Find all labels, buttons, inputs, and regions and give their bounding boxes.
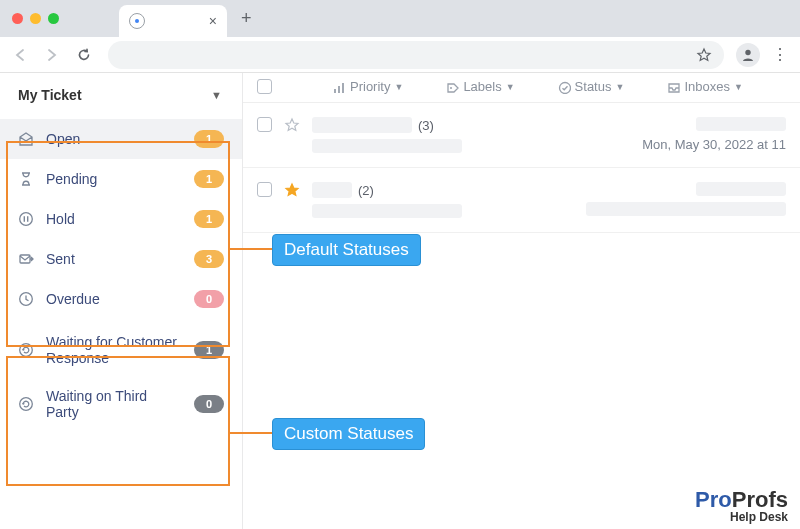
status-count-badge: 1 (194, 341, 224, 359)
sent-icon (18, 251, 34, 267)
ticket-row[interactable]: (3)Mon, May 30, 2022 at 11 (243, 103, 800, 168)
row-checkbox[interactable] (257, 117, 272, 132)
browser-toolbar: ⋮ (0, 37, 800, 73)
col-priority[interactable]: Priority▼ (332, 79, 403, 94)
window-maximize-icon[interactable] (48, 13, 59, 24)
status-label: Pending (46, 171, 182, 187)
select-all-checkbox[interactable] (257, 79, 272, 94)
status-label: Open (46, 131, 182, 147)
sidebar: My Ticket ▼ Open1Pending1Hold1Sent3Overd… (0, 73, 243, 529)
profile-avatar-button[interactable] (736, 43, 760, 67)
status-count-badge: 1 (194, 170, 224, 188)
status-item-open[interactable]: Open1 (0, 119, 242, 159)
browser-tab[interactable]: × (119, 5, 227, 37)
col-priority-label: Priority (350, 79, 390, 94)
redacted-meta (696, 182, 786, 196)
ticket-date: Mon, May 30, 2022 at 11 (642, 137, 786, 152)
row-checkbox[interactable] (257, 182, 272, 197)
logo-part1: Pro (695, 487, 732, 512)
ticket-list-header: Priority▼ Labels▼ Status▼ Inboxes▼ (243, 73, 800, 103)
inbox-selector-label: My Ticket (18, 87, 82, 103)
browser-menu-button[interactable]: ⋮ (772, 45, 788, 64)
status-item-waiting-for-customer-response[interactable]: Waiting for Customer Response1 (0, 323, 242, 377)
ticket-row[interactable]: (2) (243, 168, 800, 233)
window-minimize-icon[interactable] (30, 13, 41, 24)
redacted-sender (312, 182, 352, 198)
bookmark-star-icon[interactable] (696, 47, 712, 63)
annotation-default-label: Default Statuses (272, 234, 421, 266)
status-count-badge: 1 (194, 210, 224, 228)
star-icon[interactable] (284, 117, 300, 133)
status-label: Overdue (46, 291, 182, 307)
status-count-badge: 1 (194, 130, 224, 148)
status-label: Sent (46, 251, 182, 267)
pause-icon (18, 211, 34, 227)
nav-back-button[interactable] (12, 47, 32, 63)
proprofs-logo: ProProfs Help Desk (695, 489, 788, 523)
logo-part2: Profs (732, 487, 788, 512)
nav-forward-button[interactable] (44, 47, 64, 63)
browser-tab-strip: × + (0, 0, 800, 37)
col-status[interactable]: Status▼ (557, 79, 625, 94)
redacted-preview (312, 204, 462, 218)
custom-statuses-list: Waiting for Customer Response1Waiting on… (0, 321, 242, 433)
thread-count: (2) (358, 183, 374, 198)
status-label: Hold (46, 211, 182, 227)
redacted-meta (586, 202, 786, 216)
nav-reload-button[interactable] (76, 47, 96, 63)
clock-icon (18, 291, 34, 307)
thread-count: (3) (418, 118, 434, 133)
new-tab-button[interactable]: + (241, 8, 252, 29)
ticket-list-pane: Priority▼ Labels▼ Status▼ Inboxes▼ (3)Mo… (243, 73, 800, 529)
tab-close-icon[interactable]: × (209, 13, 217, 29)
status-item-overdue[interactable]: Overdue0 (0, 279, 242, 319)
logo-subtitle: Help Desk (695, 511, 788, 523)
status-count-badge: 0 (194, 395, 224, 413)
redacted-meta (696, 117, 786, 131)
refresh-icon (18, 342, 34, 358)
status-label: Waiting on Third Party (46, 388, 182, 420)
default-statuses-list: Open1Pending1Hold1Sent3Overdue0 (0, 117, 242, 321)
col-inboxes[interactable]: Inboxes▼ (666, 79, 742, 94)
col-inboxes-label: Inboxes (684, 79, 730, 94)
redacted-preview (312, 139, 462, 153)
annotation-line (230, 432, 272, 434)
status-label: Waiting for Customer Response (46, 334, 182, 366)
status-count-badge: 3 (194, 250, 224, 268)
star-icon[interactable] (284, 182, 300, 198)
redacted-sender (312, 117, 412, 133)
annotation-line (230, 248, 272, 250)
window-controls (12, 13, 59, 24)
status-count-badge: 0 (194, 290, 224, 308)
col-labels[interactable]: Labels▼ (445, 79, 514, 94)
refresh-icon (18, 396, 34, 412)
status-item-hold[interactable]: Hold1 (0, 199, 242, 239)
address-bar[interactable] (108, 41, 724, 69)
window-close-icon[interactable] (12, 13, 23, 24)
envelope-open-icon (18, 131, 34, 147)
annotation-custom-label: Custom Statuses (272, 418, 425, 450)
chrome-favicon-icon (129, 13, 145, 29)
chevron-down-icon: ▼ (211, 89, 222, 101)
status-item-sent[interactable]: Sent3 (0, 239, 242, 279)
col-status-label: Status (575, 79, 612, 94)
inbox-selector[interactable]: My Ticket ▼ (0, 73, 242, 117)
status-item-waiting-on-third-party[interactable]: Waiting on Third Party0 (0, 377, 242, 431)
status-item-pending[interactable]: Pending1 (0, 159, 242, 199)
col-labels-label: Labels (463, 79, 501, 94)
hourglass-icon (18, 171, 34, 187)
